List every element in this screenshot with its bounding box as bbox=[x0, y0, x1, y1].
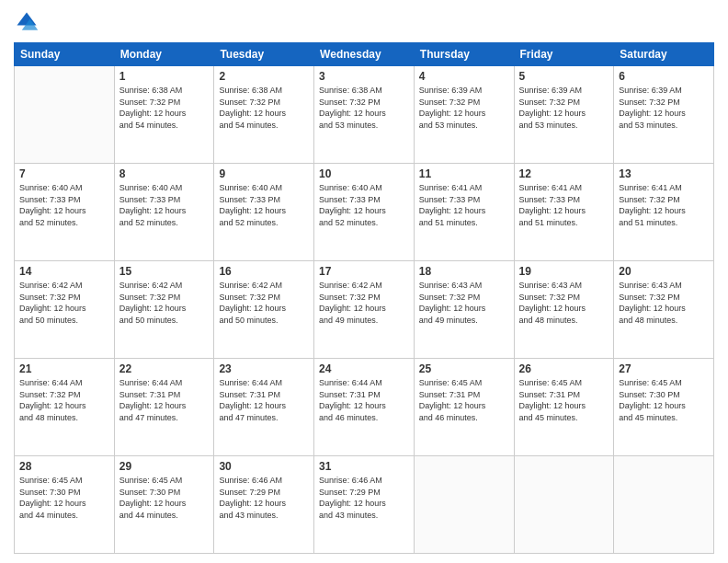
calendar-cell: 1Sunrise: 6:38 AM Sunset: 7:32 PM Daylig… bbox=[114, 66, 214, 164]
day-info: Sunrise: 6:43 AM Sunset: 7:32 PM Dayligh… bbox=[519, 280, 609, 326]
calendar-cell: 16Sunrise: 6:42 AM Sunset: 7:32 PM Dayli… bbox=[214, 261, 314, 359]
calendar-cell: 2Sunrise: 6:38 AM Sunset: 7:32 PM Daylig… bbox=[214, 66, 314, 164]
day-number: 15 bbox=[119, 265, 210, 278]
calendar-week-row: 28Sunrise: 6:45 AM Sunset: 7:30 PM Dayli… bbox=[15, 456, 714, 554]
calendar-cell: 14Sunrise: 6:42 AM Sunset: 7:32 PM Dayli… bbox=[15, 261, 115, 359]
calendar-cell: 10Sunrise: 6:40 AM Sunset: 7:33 PM Dayli… bbox=[314, 164, 415, 261]
day-info: Sunrise: 6:40 AM Sunset: 7:33 PM Dayligh… bbox=[219, 182, 309, 228]
day-info: Sunrise: 6:45 AM Sunset: 7:31 PM Dayligh… bbox=[419, 377, 509, 423]
day-number: 24 bbox=[319, 362, 409, 375]
calendar-cell bbox=[15, 66, 115, 164]
day-info: Sunrise: 6:42 AM Sunset: 7:32 PM Dayligh… bbox=[219, 280, 309, 326]
calendar-cell bbox=[414, 456, 514, 554]
day-number: 22 bbox=[119, 362, 210, 375]
calendar-cell: 20Sunrise: 6:43 AM Sunset: 7:32 PM Dayli… bbox=[614, 261, 714, 359]
calendar-cell: 24Sunrise: 6:44 AM Sunset: 7:31 PM Dayli… bbox=[314, 359, 415, 456]
calendar-week-row: 1Sunrise: 6:38 AM Sunset: 7:32 PM Daylig… bbox=[15, 66, 714, 164]
calendar-cell: 21Sunrise: 6:44 AM Sunset: 7:32 PM Dayli… bbox=[15, 359, 115, 456]
day-info: Sunrise: 6:39 AM Sunset: 7:32 PM Dayligh… bbox=[419, 85, 509, 131]
day-info: Sunrise: 6:40 AM Sunset: 7:33 PM Dayligh… bbox=[119, 182, 210, 228]
day-info: Sunrise: 6:38 AM Sunset: 7:32 PM Dayligh… bbox=[219, 85, 309, 131]
day-info: Sunrise: 6:41 AM Sunset: 7:33 PM Dayligh… bbox=[519, 182, 609, 228]
calendar-cell: 23Sunrise: 6:44 AM Sunset: 7:31 PM Dayli… bbox=[214, 359, 314, 456]
day-info: Sunrise: 6:44 AM Sunset: 7:31 PM Dayligh… bbox=[319, 377, 409, 423]
calendar-cell: 25Sunrise: 6:45 AM Sunset: 7:31 PM Dayli… bbox=[414, 359, 514, 456]
day-info: Sunrise: 6:45 AM Sunset: 7:30 PM Dayligh… bbox=[19, 475, 109, 521]
calendar-cell: 17Sunrise: 6:42 AM Sunset: 7:32 PM Dayli… bbox=[314, 261, 415, 359]
page: SundayMondayTuesdayWednesdayThursdayFrid… bbox=[0, 0, 728, 563]
weekday-header: Tuesday bbox=[214, 43, 314, 66]
weekday-header: Sunday bbox=[15, 43, 115, 66]
logo bbox=[14, 9, 43, 35]
calendar-cell: 3Sunrise: 6:38 AM Sunset: 7:32 PM Daylig… bbox=[314, 66, 415, 164]
day-info: Sunrise: 6:41 AM Sunset: 7:33 PM Dayligh… bbox=[419, 182, 509, 228]
calendar-cell: 19Sunrise: 6:43 AM Sunset: 7:32 PM Dayli… bbox=[514, 261, 614, 359]
header bbox=[14, 9, 714, 35]
day-number: 19 bbox=[519, 265, 609, 278]
day-number: 18 bbox=[419, 265, 509, 278]
calendar-cell: 11Sunrise: 6:41 AM Sunset: 7:33 PM Dayli… bbox=[414, 164, 514, 261]
day-info: Sunrise: 6:39 AM Sunset: 7:32 PM Dayligh… bbox=[519, 85, 609, 131]
day-number: 11 bbox=[419, 167, 509, 180]
day-info: Sunrise: 6:44 AM Sunset: 7:31 PM Dayligh… bbox=[219, 377, 309, 423]
day-info: Sunrise: 6:43 AM Sunset: 7:32 PM Dayligh… bbox=[619, 280, 709, 326]
day-info: Sunrise: 6:45 AM Sunset: 7:31 PM Dayligh… bbox=[519, 377, 609, 423]
weekday-header: Friday bbox=[514, 43, 614, 66]
day-number: 21 bbox=[19, 362, 109, 375]
day-number: 29 bbox=[119, 460, 210, 473]
day-number: 20 bbox=[619, 265, 709, 278]
calendar-cell: 27Sunrise: 6:45 AM Sunset: 7:30 PM Dayli… bbox=[614, 359, 714, 456]
calendar-cell bbox=[614, 456, 714, 554]
calendar-cell: 9Sunrise: 6:40 AM Sunset: 7:33 PM Daylig… bbox=[214, 164, 314, 261]
day-number: 1 bbox=[119, 70, 210, 83]
day-info: Sunrise: 6:46 AM Sunset: 7:29 PM Dayligh… bbox=[319, 475, 409, 521]
calendar-table: SundayMondayTuesdayWednesdayThursdayFrid… bbox=[14, 42, 714, 554]
calendar-cell: 29Sunrise: 6:45 AM Sunset: 7:30 PM Dayli… bbox=[114, 456, 214, 554]
calendar-week-row: 7Sunrise: 6:40 AM Sunset: 7:33 PM Daylig… bbox=[15, 164, 714, 261]
calendar-cell: 28Sunrise: 6:45 AM Sunset: 7:30 PM Dayli… bbox=[15, 456, 115, 554]
day-info: Sunrise: 6:42 AM Sunset: 7:32 PM Dayligh… bbox=[119, 280, 210, 326]
calendar-cell: 12Sunrise: 6:41 AM Sunset: 7:33 PM Dayli… bbox=[514, 164, 614, 261]
day-info: Sunrise: 6:43 AM Sunset: 7:32 PM Dayligh… bbox=[419, 280, 509, 326]
day-number: 13 bbox=[619, 167, 709, 180]
calendar-cell: 30Sunrise: 6:46 AM Sunset: 7:29 PM Dayli… bbox=[214, 456, 314, 554]
day-number: 3 bbox=[319, 70, 409, 83]
day-number: 28 bbox=[19, 460, 109, 473]
calendar-cell: 15Sunrise: 6:42 AM Sunset: 7:32 PM Dayli… bbox=[114, 261, 214, 359]
day-info: Sunrise: 6:45 AM Sunset: 7:30 PM Dayligh… bbox=[619, 377, 709, 423]
day-number: 14 bbox=[19, 265, 109, 278]
day-number: 10 bbox=[319, 167, 409, 180]
day-info: Sunrise: 6:46 AM Sunset: 7:29 PM Dayligh… bbox=[219, 475, 309, 521]
calendar-cell: 22Sunrise: 6:44 AM Sunset: 7:31 PM Dayli… bbox=[114, 359, 214, 456]
calendar-cell: 18Sunrise: 6:43 AM Sunset: 7:32 PM Dayli… bbox=[414, 261, 514, 359]
calendar-week-row: 14Sunrise: 6:42 AM Sunset: 7:32 PM Dayli… bbox=[15, 261, 714, 359]
day-number: 16 bbox=[219, 265, 309, 278]
day-number: 12 bbox=[519, 167, 609, 180]
day-info: Sunrise: 6:38 AM Sunset: 7:32 PM Dayligh… bbox=[319, 85, 409, 131]
day-info: Sunrise: 6:44 AM Sunset: 7:32 PM Dayligh… bbox=[19, 377, 109, 423]
day-number: 31 bbox=[319, 460, 409, 473]
day-number: 26 bbox=[519, 362, 609, 375]
day-number: 4 bbox=[419, 70, 509, 83]
day-info: Sunrise: 6:42 AM Sunset: 7:32 PM Dayligh… bbox=[19, 280, 109, 326]
day-info: Sunrise: 6:40 AM Sunset: 7:33 PM Dayligh… bbox=[19, 182, 109, 228]
calendar-cell: 6Sunrise: 6:39 AM Sunset: 7:32 PM Daylig… bbox=[614, 66, 714, 164]
calendar-cell: 26Sunrise: 6:45 AM Sunset: 7:31 PM Dayli… bbox=[514, 359, 614, 456]
day-info: Sunrise: 6:38 AM Sunset: 7:32 PM Dayligh… bbox=[119, 85, 210, 131]
day-info: Sunrise: 6:40 AM Sunset: 7:33 PM Dayligh… bbox=[319, 182, 409, 228]
calendar-cell bbox=[514, 456, 614, 554]
weekday-header: Saturday bbox=[614, 43, 714, 66]
day-number: 2 bbox=[219, 70, 309, 83]
day-number: 6 bbox=[619, 70, 709, 83]
day-number: 30 bbox=[219, 460, 309, 473]
day-info: Sunrise: 6:41 AM Sunset: 7:32 PM Dayligh… bbox=[619, 182, 709, 228]
calendar-cell: 5Sunrise: 6:39 AM Sunset: 7:32 PM Daylig… bbox=[514, 66, 614, 164]
calendar-cell: 8Sunrise: 6:40 AM Sunset: 7:33 PM Daylig… bbox=[114, 164, 214, 261]
day-number: 5 bbox=[519, 70, 609, 83]
weekday-header: Monday bbox=[114, 43, 214, 66]
day-number: 7 bbox=[19, 167, 109, 180]
day-number: 9 bbox=[219, 167, 309, 180]
calendar-week-row: 21Sunrise: 6:44 AM Sunset: 7:32 PM Dayli… bbox=[15, 359, 714, 456]
day-number: 17 bbox=[319, 265, 409, 278]
day-number: 25 bbox=[419, 362, 509, 375]
